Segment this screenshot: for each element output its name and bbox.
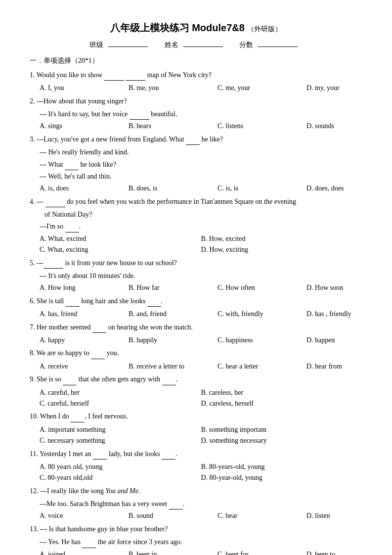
- q11-a: A. 80 years old, young: [40, 462, 201, 472]
- q2-b: B. hears: [129, 121, 213, 132]
- q11-b: B. 80-years-old, young: [201, 462, 363, 472]
- q2-options: A. sings B. hears C. listens D. sounds: [40, 121, 362, 132]
- q4-a: A. What, excited: [40, 233, 201, 244]
- q12-a: A. voice: [40, 510, 124, 521]
- q5-a: A. How long: [40, 282, 124, 293]
- q12-b: B. sound: [129, 510, 213, 521]
- q13-options: A. joined B. been in C. been for D. been…: [40, 549, 362, 555]
- q13-sub: --- Yes. He has the air force since 3 ye…: [40, 537, 362, 548]
- q9-b: B. careless, her: [201, 387, 363, 398]
- q13-b: B. been in: [129, 549, 213, 555]
- q1-a: A. I, you: [40, 83, 124, 93]
- q12: 12. ---I really like the song You and Me…: [30, 486, 362, 497]
- q4-b: B. How, excited: [201, 233, 363, 244]
- q4-options: A. What, excited B. How, excited C. What…: [40, 233, 362, 256]
- q6-a: A. has, friend: [40, 309, 124, 320]
- q2: 2. ---How about that young singer?: [30, 96, 362, 107]
- q4: 4. --- do you feel when you watch the pe…: [30, 196, 362, 207]
- title: 八年级上模块练习 Module7&8 （外研版）: [30, 20, 362, 36]
- q5-b: B. How far: [129, 282, 213, 293]
- q8-a: A. receive: [40, 361, 124, 372]
- q7-options: A. happy B. happily C. happiness D. happ…: [40, 335, 362, 346]
- q2-d: D. sounds: [306, 121, 391, 132]
- q13: 13. --- Is that handsome guy in blue you…: [30, 524, 362, 535]
- q1: 1. Would you like to show map of New Yor…: [30, 70, 362, 81]
- q5: 5. --- is it from your new house to our …: [30, 258, 362, 269]
- q10-d: D. something necessary: [201, 435, 363, 446]
- q4-d: D. How, exciting: [201, 244, 363, 255]
- q11: 11. Yesterday I met an lady, but she loo…: [30, 449, 362, 460]
- q7: 7. Her mother seemed on hearing she won …: [30, 322, 362, 333]
- q8-options: A. receive B. receive a letter to C. hea…: [40, 361, 362, 372]
- q4-c: C. What, exciting: [40, 244, 201, 255]
- q1-options: A. I, you B. me, you C. me, your D. my, …: [40, 83, 362, 93]
- q11-c: C. 80-years old,old: [40, 472, 201, 483]
- q9-a: A. careful, her: [40, 387, 201, 398]
- q3: 3. ---Lucy, you've got a new friend from…: [30, 134, 362, 145]
- q3-sub1: --- He's really friendly and kind.: [40, 147, 362, 158]
- q6-options: A. has, friend B. and, friend C. with, f…: [40, 309, 362, 320]
- q11-options: A. 80 years old, young B. 80-years-old, …: [40, 462, 362, 484]
- q4-sub1: ---I'm so .: [40, 221, 362, 232]
- q2-sub: --- It's hard to say, but her voice beau…: [40, 109, 362, 120]
- q6: 6. She is tall long hair and she looks .: [30, 296, 362, 307]
- q3-c: C. is, is: [218, 183, 302, 194]
- q9-options: A. careful, her B. careless, her C. care…: [40, 387, 362, 410]
- q12-c: C. hear: [218, 510, 302, 521]
- q9-d: D. careless, herself: [201, 398, 363, 409]
- q9: 9. She is so that she often gets angry w…: [30, 374, 362, 385]
- q3-a: A. is, does: [40, 183, 124, 194]
- q5-d: D. How soon: [306, 282, 391, 293]
- q2-c: C. listens: [218, 121, 302, 132]
- q5-c: C. How often: [218, 282, 302, 293]
- q3-sub3: --- Well, he's tall and thin.: [40, 171, 362, 182]
- q3-options: A. is, does B. does, is C. is, is D. doe…: [40, 183, 362, 194]
- q5-sub: --- It's only about 10 minutes' ride.: [40, 271, 362, 281]
- q8: 8. We are so happy to you.: [30, 348, 362, 359]
- section1-title: 一．单项选择（20*1）: [30, 55, 362, 66]
- q13-c: C. been for: [218, 549, 302, 555]
- q6-c: C. with, friendly: [218, 309, 302, 320]
- q8-c: C. hear a letter: [218, 361, 302, 372]
- q1-c: C. me, your: [218, 83, 302, 93]
- q10-c: C. necessary something: [40, 435, 201, 446]
- q1-d: D. my, your: [306, 83, 391, 93]
- q5-options: A. How long B. How far C. How often D. H…: [40, 282, 362, 293]
- q10-a: A. important something: [40, 424, 201, 435]
- q12-options: A. voice B. sound C. hear D. listen: [40, 510, 362, 521]
- q4-cont: of National Day?: [44, 209, 362, 220]
- q3-d: D. does, does: [306, 183, 391, 194]
- q12-sub: ---Me too. Sarach Brightman has a very s…: [40, 499, 362, 509]
- q11-d: D. 80-year-old, young: [201, 472, 363, 483]
- q12-d: D. listen: [306, 510, 391, 521]
- q3-sub2: --- What he look like?: [40, 159, 362, 170]
- q13-a: A. joined: [40, 549, 124, 555]
- q8-d: D. hear from: [306, 361, 391, 372]
- q7-c: C. happiness: [218, 335, 302, 346]
- q8-b: B. receive a letter to: [129, 361, 213, 372]
- q7-b: B. happily: [129, 335, 213, 346]
- q10-options: A. important something B. something impo…: [40, 424, 362, 447]
- q10-b: B. something important: [201, 424, 363, 435]
- q6-d: D. has , friendly: [306, 309, 391, 320]
- q1-b: B. me, you: [129, 83, 213, 93]
- q13-d: D. been to: [306, 549, 391, 555]
- q10: 10. When I do , I feel nervous.: [30, 411, 362, 422]
- q7-a: A. happy: [40, 335, 124, 346]
- q3-b: B. does, is: [129, 183, 213, 194]
- q6-b: B. and, friend: [129, 309, 213, 320]
- q7-d: D. happen: [306, 335, 391, 346]
- q2-a: A. sings: [40, 121, 124, 132]
- info-line: 班级 姓名 分数: [30, 40, 362, 50]
- q9-c: C. careful, herself: [40, 398, 201, 409]
